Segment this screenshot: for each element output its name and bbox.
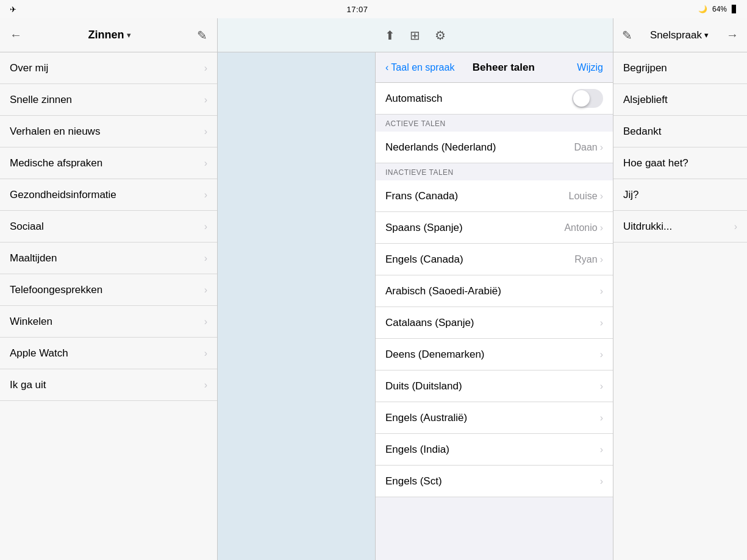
left-nav-item[interactable]: Telefoongesprekken› bbox=[0, 274, 217, 306]
phrase-label: Uitdrukki... bbox=[623, 221, 672, 233]
inactive-lang-item[interactable]: Duits (Duitsland) › bbox=[376, 370, 613, 402]
status-left: ✈ bbox=[10, 5, 16, 14]
lang-voice: Daan bbox=[574, 142, 597, 153]
status-right: 🌙 64% ▊ bbox=[698, 5, 737, 13]
grid-icon[interactable]: ⊞ bbox=[410, 28, 420, 43]
lang-item-left: Frans (Canada) bbox=[385, 190, 569, 202]
inactive-lang-item[interactable]: Arabisch (Saoedi-Arabië) › bbox=[376, 275, 613, 307]
left-nav-item[interactable]: Gezondheidsinformatie› bbox=[0, 179, 217, 211]
panel-title: Beheer talen bbox=[435, 62, 572, 74]
right-edit-icon[interactable]: ✎ bbox=[622, 28, 632, 43]
chevron-right-icon: › bbox=[600, 317, 603, 328]
auto-label: Automatisch bbox=[385, 93, 443, 105]
phrase-label: Bedankt bbox=[623, 126, 661, 138]
chevron-right-icon: › bbox=[734, 221, 737, 232]
left-panel: ← Zinnen ▾ ✎ Over mij›Snelle zinnen›Verh… bbox=[0, 18, 218, 560]
right-phrase-item[interactable]: Jij? bbox=[613, 179, 747, 211]
inactive-lang-item[interactable]: Catalaans (Spanje) › bbox=[376, 307, 613, 339]
chevron-right-icon: › bbox=[204, 253, 207, 264]
left-nav-item[interactable]: Ik ga uit› bbox=[0, 369, 217, 401]
settings-icon[interactable]: ⚙ bbox=[435, 28, 446, 43]
back-chevron-icon: ‹ bbox=[385, 62, 388, 73]
right-phrase-item[interactable]: Bedankt bbox=[613, 116, 747, 147]
left-nav-item-label: Snelle zinnen bbox=[10, 94, 72, 106]
zinnen-dropdown-icon: ▾ bbox=[127, 30, 131, 40]
right-panel: ✎ Snelspraak ▾ → BegrijpenAlsjeblieftBed… bbox=[613, 18, 747, 560]
chevron-right-icon: › bbox=[600, 286, 603, 297]
left-nav-item[interactable]: Apple Watch› bbox=[0, 338, 217, 369]
lang-item-left: Engels (India) bbox=[385, 444, 600, 456]
active-lang-item[interactable]: Nederlands (Nederland) Daan › bbox=[376, 132, 613, 163]
left-nav-item-label: Gezondheidsinformatie bbox=[10, 189, 116, 201]
lang-name: Arabisch (Saoedi-Arabië) bbox=[385, 285, 501, 297]
zinnen-title: Zinnen bbox=[88, 29, 124, 41]
inactive-lang-item[interactable]: Deens (Denemarken) › bbox=[376, 339, 613, 370]
active-talen-header: ACTIEVE TALEN bbox=[376, 115, 613, 132]
left-nav-item-label: Medische afspraken bbox=[10, 157, 102, 169]
chevron-right-icon: › bbox=[204, 158, 207, 169]
lang-item-left: Nederlands (Nederland) bbox=[385, 141, 574, 154]
lang-name: Duits (Duitsland) bbox=[385, 380, 462, 392]
phrase-label: Begrijpen bbox=[623, 62, 667, 74]
language-panel: ‹ Taal en spraak Beheer talen Wijzig Aut… bbox=[375, 52, 613, 560]
inactive-lang-item[interactable]: Spaans (Spanje) Antonio › bbox=[376, 212, 613, 244]
snelspraak-dropdown[interactable]: Snelspraak ▾ bbox=[650, 29, 709, 41]
right-phrase-item[interactable]: Uitdrukki...› bbox=[613, 211, 747, 243]
lang-item-left: Engels (Sct) bbox=[385, 475, 600, 487]
status-time: 17:07 bbox=[346, 5, 368, 14]
left-nav-item-label: Verhalen en nieuws bbox=[10, 126, 100, 138]
left-toolbar: ← Zinnen ▾ ✎ bbox=[0, 18, 217, 52]
inactive-lang-item[interactable]: Engels (Canada) Ryan › bbox=[376, 244, 613, 275]
left-nav-item[interactable]: Verhalen en nieuws› bbox=[0, 116, 217, 147]
lang-name: Engels (India) bbox=[385, 444, 449, 456]
chevron-right-icon: › bbox=[204, 126, 207, 137]
chevron-right-icon: › bbox=[600, 142, 603, 153]
lang-voice: Louise bbox=[569, 191, 598, 202]
lang-name: Deens (Denemarken) bbox=[385, 349, 485, 361]
chevron-right-icon: › bbox=[600, 191, 603, 202]
right-phrase-item[interactable]: Begrijpen bbox=[613, 52, 747, 84]
wijzig-button[interactable]: Wijzig bbox=[577, 62, 603, 73]
inactive-lang-item[interactable]: Frans (Canada) Louise › bbox=[376, 180, 613, 212]
lang-name: Nederlands (Nederland) bbox=[385, 141, 496, 154]
inactive-lang-item[interactable]: Engels (Sct) › bbox=[376, 466, 613, 497]
lang-name: Engels (Australië) bbox=[385, 412, 467, 424]
lang-voice: Ryan bbox=[574, 254, 597, 265]
chevron-right-icon: › bbox=[204, 94, 207, 105]
right-phrase-item[interactable]: Hoe gaat het? bbox=[613, 147, 747, 179]
left-nav-item[interactable]: Medische afspraken› bbox=[0, 147, 217, 179]
left-nav-item[interactable]: Snelle zinnen› bbox=[0, 84, 217, 116]
phrase-label: Jij? bbox=[623, 189, 639, 201]
battery-icon: ▊ bbox=[732, 5, 737, 13]
left-nav-item-label: Winkelen bbox=[10, 316, 52, 328]
back-icon[interactable]: ← bbox=[10, 28, 22, 42]
left-edit-icon[interactable]: ✎ bbox=[197, 28, 207, 43]
right-phrase-item[interactable]: Alsjeblieft bbox=[613, 84, 747, 116]
left-nav-item-label: Telefoongesprekken bbox=[10, 284, 102, 296]
left-nav-item[interactable]: Maaltijden› bbox=[0, 243, 217, 274]
chevron-right-icon: › bbox=[600, 222, 603, 233]
lang-item-left: Engels (Australië) bbox=[385, 412, 600, 424]
left-nav-item-label: Apple Watch bbox=[10, 347, 68, 360]
auto-row: Automatisch bbox=[376, 83, 613, 115]
battery-label: 64% bbox=[712, 5, 727, 13]
zinnen-dropdown[interactable]: Zinnen ▾ bbox=[88, 29, 131, 41]
right-forward-icon[interactable]: → bbox=[726, 28, 738, 42]
share-icon[interactable]: ⬆ bbox=[385, 28, 395, 43]
status-bar: ✈ 17:07 🌙 64% ▊ bbox=[0, 0, 747, 18]
toggle-thumb bbox=[573, 90, 590, 107]
moon-icon: 🌙 bbox=[698, 5, 707, 13]
lang-item-left: Engels (Canada) bbox=[385, 253, 574, 266]
snelspraak-label: Snelspraak bbox=[650, 29, 702, 41]
chevron-right-icon: › bbox=[600, 349, 603, 360]
left-nav-item[interactable]: Over mij› bbox=[0, 52, 217, 84]
left-nav-item[interactable]: Winkelen› bbox=[0, 306, 217, 338]
inactive-lang-item[interactable]: Engels (Australië) › bbox=[376, 402, 613, 434]
chevron-right-icon: › bbox=[204, 348, 207, 359]
auto-toggle[interactable] bbox=[572, 89, 603, 108]
left-nav-item[interactable]: Sociaal› bbox=[0, 211, 217, 243]
middle-toolbar: ⬆ ⊞ ⚙ bbox=[218, 18, 613, 52]
inactive-lang-item[interactable]: Engels (India) › bbox=[376, 434, 613, 466]
airplane-icon: ✈ bbox=[10, 5, 16, 14]
phrase-label: Hoe gaat het? bbox=[623, 157, 688, 169]
